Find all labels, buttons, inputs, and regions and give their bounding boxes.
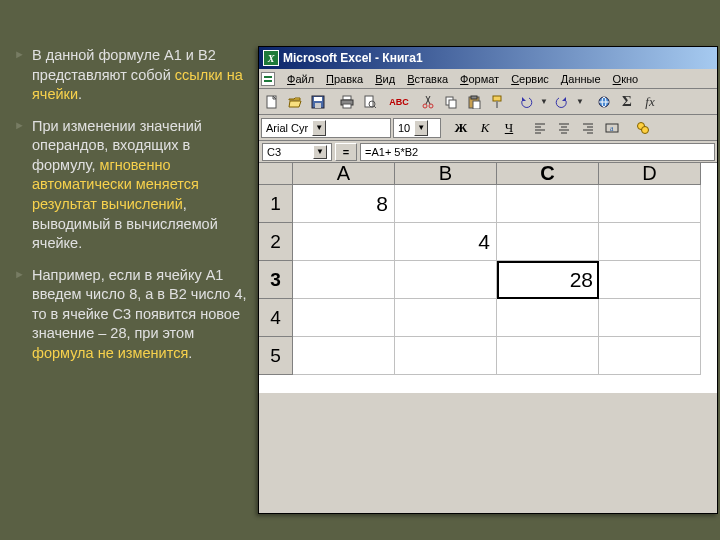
menu-item[interactable]: Окно — [607, 71, 645, 87]
redo-icon[interactable] — [551, 91, 573, 113]
svg-rect-6 — [343, 104, 351, 108]
align-center-button[interactable] — [553, 117, 575, 139]
cell[interactable] — [497, 185, 599, 223]
svg-rect-4 — [343, 96, 351, 100]
function-icon[interactable]: fx — [639, 91, 661, 113]
window-title: Microsoft Excel - Книга1 — [283, 51, 423, 65]
italic-button[interactable]: К — [474, 117, 496, 139]
print-icon[interactable] — [336, 91, 358, 113]
menu-item[interactable]: Сервис — [505, 71, 555, 87]
hyperlink-icon[interactable] — [593, 91, 615, 113]
row-header[interactable]: 2 — [259, 223, 293, 261]
chevron-down-icon[interactable]: ▼ — [313, 145, 327, 159]
formula-input[interactable]: =A1+ 5*B2 — [360, 143, 715, 161]
format-toolbar: Arial Cyr ▼ 10 ▼ Ж К Ч a — [259, 115, 717, 141]
chevron-down-icon[interactable]: ▼ — [312, 120, 326, 136]
font-name-value: Arial Cyr — [266, 122, 308, 134]
copy-icon[interactable] — [440, 91, 462, 113]
dropdown-icon[interactable]: ▼ — [574, 91, 586, 113]
cell[interactable] — [293, 223, 395, 261]
align-right-button[interactable] — [577, 117, 599, 139]
font-size-combo[interactable]: 10 ▼ — [393, 118, 441, 138]
menu-item[interactable]: Формат — [454, 71, 505, 87]
merge-button[interactable]: a — [601, 117, 623, 139]
cell[interactable] — [395, 185, 497, 223]
menu-item[interactable]: Правка — [320, 71, 369, 87]
svg-rect-17 — [471, 96, 477, 99]
align-left-button[interactable] — [529, 117, 551, 139]
cell[interactable] — [497, 337, 599, 375]
svg-text:a: a — [610, 124, 614, 133]
currency-button[interactable] — [632, 117, 654, 139]
svg-rect-18 — [473, 101, 480, 109]
preview-icon[interactable] — [359, 91, 381, 113]
column-header[interactable]: C — [497, 163, 599, 185]
cell[interactable] — [293, 337, 395, 375]
document-icon[interactable] — [261, 72, 275, 86]
svg-point-12 — [423, 104, 427, 108]
menu-bar[interactable]: ФайлПравкаВидВставкаФорматСервисДанныеОк… — [259, 69, 717, 89]
cell[interactable] — [497, 223, 599, 261]
chevron-down-icon[interactable]: ▼ — [414, 120, 428, 136]
select-all-corner[interactable] — [259, 163, 293, 185]
underline-button[interactable]: Ч — [498, 117, 520, 139]
save-icon[interactable] — [307, 91, 329, 113]
excel-window: X Microsoft Excel - Книга1 ФайлПравкаВид… — [258, 46, 718, 514]
cell[interactable] — [395, 261, 497, 299]
worksheet-grid[interactable]: ABCD 12345 8428 — [259, 163, 717, 393]
cell[interactable] — [395, 299, 497, 337]
cell[interactable] — [293, 261, 395, 299]
row-header[interactable]: 3 — [259, 261, 293, 299]
font-name-combo[interactable]: Arial Cyr ▼ — [261, 118, 391, 138]
column-header[interactable]: A — [293, 163, 395, 185]
cell[interactable] — [395, 337, 497, 375]
equals-button[interactable]: = — [335, 143, 357, 161]
menu-item[interactable]: Файл — [281, 71, 320, 87]
cut-icon[interactable] — [417, 91, 439, 113]
row-header[interactable]: 5 — [259, 337, 293, 375]
paste-icon[interactable] — [463, 91, 485, 113]
standard-toolbar: ABC ▼ ▼ Σ fx — [259, 89, 717, 115]
undo-icon[interactable] — [515, 91, 537, 113]
menu-item[interactable]: Вставка — [401, 71, 454, 87]
svg-point-39 — [642, 126, 649, 133]
column-header[interactable]: D — [599, 163, 701, 185]
excel-panel: X Microsoft Excel - Книга1 ФайлПравкаВид… — [258, 0, 720, 540]
excel-icon: X — [263, 50, 279, 66]
new-icon[interactable] — [261, 91, 283, 113]
menu-item[interactable]: Данные — [555, 71, 607, 87]
spell-icon[interactable]: ABC — [388, 91, 410, 113]
row-header[interactable]: 4 — [259, 299, 293, 337]
svg-rect-3 — [315, 103, 321, 108]
font-size-value: 10 — [398, 122, 410, 134]
svg-rect-15 — [449, 100, 456, 108]
cell[interactable] — [599, 223, 701, 261]
formula-value: =A1+ 5*B2 — [365, 146, 418, 158]
menu-item[interactable]: Вид — [369, 71, 401, 87]
format-painter-icon[interactable] — [486, 91, 508, 113]
sum-icon[interactable]: Σ — [616, 91, 638, 113]
cell[interactable]: 8 — [293, 185, 395, 223]
open-icon[interactable] — [284, 91, 306, 113]
bold-button[interactable]: Ж — [450, 117, 472, 139]
svg-rect-2 — [314, 97, 322, 101]
cell[interactable] — [599, 337, 701, 375]
slide-text-panel: В данной формуле А1 и В2 представляют со… — [0, 0, 258, 540]
formula-bar: C3 ▼ = =A1+ 5*B2 — [259, 141, 717, 163]
name-box[interactable]: C3 ▼ — [262, 143, 332, 161]
cell[interactable]: 28 — [497, 261, 599, 299]
cell[interactable] — [599, 299, 701, 337]
svg-rect-20 — [496, 101, 498, 108]
column-header[interactable]: B — [395, 163, 497, 185]
cell[interactable] — [599, 261, 701, 299]
svg-line-9 — [374, 106, 376, 108]
cell[interactable] — [497, 299, 599, 337]
cell[interactable]: 4 — [395, 223, 497, 261]
row-header[interactable]: 1 — [259, 185, 293, 223]
cell[interactable] — [599, 185, 701, 223]
dropdown-icon[interactable]: ▼ — [538, 91, 550, 113]
svg-point-13 — [429, 104, 433, 108]
cell[interactable] — [293, 299, 395, 337]
slide-bullet: В данной формуле А1 и В2 представляют со… — [14, 46, 250, 105]
slide-bullet: Например, если в ячейку А1 введем число … — [14, 266, 250, 364]
